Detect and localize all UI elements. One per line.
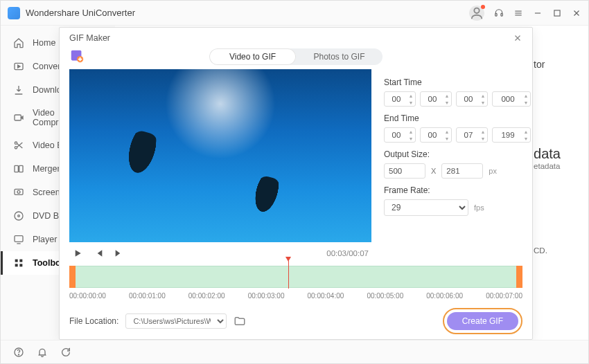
grid-icon — [13, 257, 24, 269]
svg-rect-24 — [19, 264, 22, 266]
svg-rect-20 — [15, 236, 23, 242]
app-logo — [8, 7, 20, 19]
prev-frame-button[interactable] — [93, 248, 104, 259]
help-icon[interactable] — [13, 347, 24, 358]
timecode: 00:03/00:07 — [326, 249, 369, 257]
svg-point-18 — [15, 212, 23, 220]
play-button[interactable] — [72, 248, 83, 259]
svg-point-19 — [18, 215, 20, 217]
compressor-icon — [13, 112, 24, 123]
create-gif-button[interactable]: Create GIF — [447, 312, 518, 330]
chevron-down-icon[interactable]: ▼ — [480, 135, 486, 142]
start-time-label: Start Time — [384, 78, 531, 87]
player-icon — [13, 234, 24, 245]
chevron-down-icon[interactable]: ▼ — [443, 135, 450, 142]
svg-rect-22 — [19, 260, 22, 262]
frame-rate-select[interactable]: 29 — [384, 199, 468, 216]
home-icon — [13, 37, 24, 48]
trim-handle-right[interactable] — [516, 266, 522, 288]
gif-maker-dialog: GIF Maker Video to GIF Photos to GIF — [59, 27, 533, 340]
svg-point-17 — [17, 190, 20, 193]
app-title: Wondershare UniConverter — [26, 8, 135, 18]
chevron-down-icon[interactable]: ▼ — [407, 135, 414, 142]
video-preview[interactable] — [69, 69, 371, 242]
file-location-select[interactable]: C:\Users\ws\Pictures\Wonders — [125, 313, 227, 329]
svg-point-0 — [474, 8, 479, 12]
svg-rect-16 — [15, 189, 23, 194]
menu-icon[interactable] — [513, 8, 523, 18]
open-folder-button[interactable] — [234, 315, 246, 327]
bell-icon[interactable] — [37, 347, 48, 358]
chevron-down-icon[interactable]: ▼ — [407, 99, 414, 106]
sidebar-item-label: Player — [33, 235, 57, 244]
chevron-up-icon[interactable]: ▲ — [407, 128, 414, 135]
next-frame-button[interactable] — [114, 248, 125, 259]
output-height-input[interactable] — [441, 163, 483, 179]
background-content: tor dataetadata CD. — [534, 59, 561, 255]
timeline-track[interactable] — [69, 266, 522, 288]
chevron-up-icon[interactable]: ▲ — [407, 92, 414, 99]
chevron-down-icon[interactable]: ▼ — [522, 135, 529, 142]
add-file-button[interactable] — [69, 48, 85, 64]
minimize-icon[interactable] — [533, 8, 543, 18]
trim-handle-left[interactable] — [69, 266, 76, 288]
svg-point-30 — [18, 354, 19, 354]
chevron-up-icon[interactable]: ▲ — [480, 92, 486, 99]
tab-photos-to-gif[interactable]: Photos to GIF — [296, 48, 383, 65]
playhead[interactable] — [288, 261, 289, 289]
svg-rect-1 — [495, 13, 497, 15]
download-icon — [13, 84, 24, 95]
chevron-down-icon[interactable]: ▼ — [522, 99, 529, 106]
svg-rect-11 — [15, 115, 21, 120]
sidebar-item-label: Home — [33, 38, 55, 48]
recorder-icon — [13, 187, 24, 198]
timeline-ticks: 00:00:00:00 00:00:01:00 00:00:02:00 00:0… — [69, 288, 522, 300]
feedback-icon[interactable] — [60, 347, 71, 358]
chevron-up-icon[interactable]: ▲ — [480, 128, 486, 135]
chevron-down-icon[interactable]: ▼ — [443, 99, 450, 106]
close-icon[interactable] — [513, 33, 522, 43]
chevron-up-icon[interactable]: ▲ — [443, 128, 450, 135]
svg-rect-15 — [19, 165, 23, 172]
px-unit: px — [489, 167, 497, 175]
svg-rect-23 — [15, 264, 18, 266]
chevron-down-icon[interactable]: ▼ — [480, 99, 486, 106]
dimension-x: X — [431, 167, 436, 175]
svg-rect-14 — [15, 165, 18, 172]
converter-icon — [13, 61, 24, 72]
chevron-up-icon[interactable]: ▲ — [443, 92, 450, 99]
headset-icon[interactable] — [494, 8, 504, 18]
create-gif-highlight: Create GIF — [443, 308, 522, 334]
tab-video-to-gif[interactable]: Video to GIF — [209, 48, 296, 65]
timeline[interactable]: 00:00:00:00 00:00:01:00 00:00:02:00 00:0… — [69, 266, 522, 300]
dialog-title: GIF Maker — [69, 33, 110, 43]
svg-rect-2 — [501, 13, 502, 15]
output-width-input[interactable] — [384, 163, 425, 179]
maximize-icon[interactable] — [552, 8, 562, 18]
svg-rect-7 — [554, 10, 560, 15]
end-time-label: End Time — [384, 113, 531, 123]
sidebar-item-label: Merger — [33, 164, 60, 174]
frame-rate-label: Frame Rate: — [384, 185, 531, 195]
close-icon[interactable] — [572, 8, 581, 18]
chevron-up-icon[interactable]: ▲ — [522, 128, 529, 135]
account-icon[interactable] — [469, 6, 484, 21]
mode-tabs: Video to GIF Photos to GIF — [209, 48, 383, 65]
file-location-label: File Location: — [69, 316, 118, 326]
scissors-icon — [13, 140, 24, 151]
disc-icon — [13, 210, 24, 221]
merger-icon — [13, 163, 24, 174]
fps-unit: fps — [474, 203, 484, 212]
output-size-label: Output Size: — [384, 149, 531, 159]
chevron-up-icon[interactable]: ▲ — [522, 92, 529, 99]
svg-rect-21 — [15, 260, 18, 262]
